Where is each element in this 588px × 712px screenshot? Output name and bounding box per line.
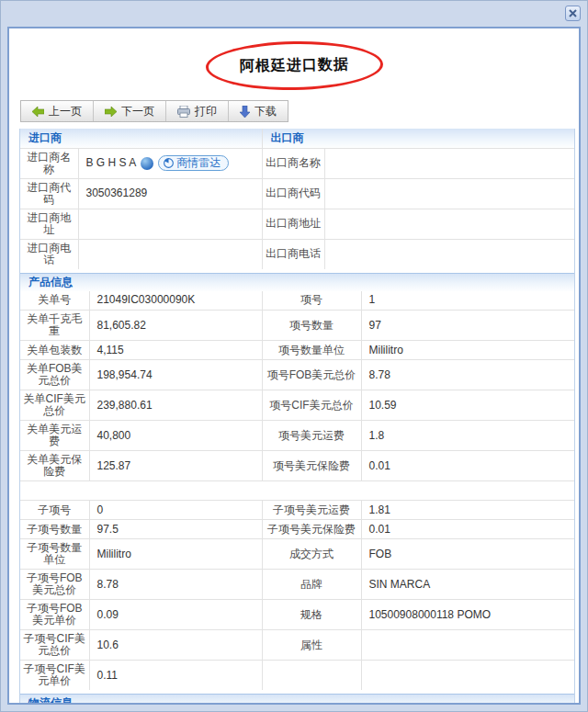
field-value [324, 178, 574, 209]
field-label: 规格 [262, 600, 361, 630]
field-value: 97.5 [89, 520, 262, 539]
importer-exporter-body: 进口商代码3050361289出口商代码进口商地址出口商地址进口商电话出口商电话 [20, 178, 574, 269]
data-panel: 进口商 出口商 进口商名称 B G H S A [19, 129, 575, 705]
product-table-body-a: 关单号21049IC03000090K项号1关单千克毛重81,605.82项号数… [20, 291, 574, 481]
field-label: 出口商地址 [262, 209, 324, 239]
field-value: 239,880.61 [89, 390, 262, 421]
field-label: 关单美元保险费 [20, 451, 89, 481]
field-value [324, 239, 574, 269]
field-value [324, 148, 574, 178]
prev-page-button[interactable]: 上一页 [21, 101, 94, 121]
field-value: 125.87 [89, 451, 262, 481]
field-value: 8.78 [361, 360, 574, 390]
prev-page-label: 上一页 [49, 104, 82, 119]
field-value: 3050361289 [78, 178, 262, 209]
field-value: 0.01 [361, 451, 574, 481]
product-table-spacer [20, 481, 574, 501]
field-label: 子项号美元保险费 [262, 520, 361, 539]
next-page-button[interactable]: 下一页 [94, 101, 166, 121]
importer-name-row: 进口商名称 B G H S A 商情雷达 [20, 148, 574, 178]
field-label: 子项号CIF美元总价 [20, 630, 89, 661]
field-value: 8.78 [89, 570, 262, 600]
field-label: 关单美元运费 [20, 421, 89, 451]
field-value: 10.59 [361, 390, 574, 421]
field-label: 进口商代码 [20, 178, 78, 209]
red-highlight-ellipse: 阿根廷进口数据 [205, 40, 383, 91]
field-label: 子项号 [20, 501, 89, 520]
field-value [361, 630, 574, 661]
table-row: 子项号FOB美元总价8.78品牌SIN MARCA [20, 570, 574, 600]
field-label: 子项号CIF美元单价 [20, 661, 89, 691]
print-button[interactable]: 打印 [166, 101, 229, 121]
field-label: 进口商电话 [20, 239, 78, 269]
field-value: Mililitro [89, 539, 262, 570]
field-value: 81,605.82 [89, 311, 262, 341]
logistics-section-header: 物流信息 [20, 694, 574, 705]
next-page-label: 下一页 [121, 104, 154, 119]
field-label: 成交方式 [262, 539, 361, 570]
spacer-cell [20, 481, 574, 501]
field-label: 项号美元运费 [262, 421, 361, 451]
importer-exporter-table: 进口商 出口商 进口商名称 B G H S A [20, 129, 574, 269]
download-button[interactable]: 下载 [229, 101, 288, 121]
field-label: 属性 [262, 630, 361, 661]
field-label: 子项号数量 [20, 520, 89, 539]
field-value [78, 209, 262, 239]
globe-icon[interactable] [141, 157, 153, 170]
field-label: 项号 [262, 291, 361, 311]
product-table-body-b: 子项号0子项号美元运费1.81子项号数量97.5子项号美元保险费0.01子项号数… [20, 501, 574, 691]
field-label: 关单FOB美元总价 [20, 360, 89, 390]
table-row: 关单千克毛重81,605.82项号数量97 [20, 311, 574, 341]
table-row: 关单FOB美元总价198,954.74项号FOB美元总价8.78 [20, 360, 574, 390]
field-value: FOB [361, 539, 574, 570]
table-row: 子项号FOB美元单价0.09规格10500908000118 POMO [20, 600, 574, 630]
field-label: 关单号 [20, 291, 89, 311]
table-row: 关单CIF美元总价239,880.61项号CIF美元总价10.59 [20, 390, 574, 421]
arrow-right-icon [105, 107, 117, 117]
field-label: 关单包装数 [20, 341, 89, 360]
field-label: 出口商名称 [262, 148, 324, 178]
printer-icon [177, 106, 190, 118]
importer-name-cell: B G H S A 商情雷达 [78, 148, 262, 178]
business-radar-button[interactable]: 商情雷达 [158, 155, 229, 171]
field-value: 0.11 [89, 661, 262, 691]
field-value: 1.8 [361, 421, 574, 451]
field-value: 21049IC03000090K [89, 291, 262, 311]
table-row: 进口商地址出口商地址 [20, 209, 574, 239]
field-value: 198,954.74 [89, 360, 262, 390]
field-value: 0 [89, 501, 262, 520]
field-value: 1 [361, 291, 574, 311]
field-label: 项号CIF美元总价 [262, 390, 361, 421]
product-section-header: 产品信息 [20, 273, 574, 291]
importer-exporter-head: 进口商 出口商 进口商名称 B G H S A [20, 129, 574, 178]
field-value [361, 661, 574, 691]
close-button[interactable] [565, 6, 581, 21]
field-value [78, 239, 262, 269]
field-label: 项号数量单位 [262, 341, 361, 360]
field-label: 子项号FOB美元单价 [20, 600, 89, 630]
field-label: 项号FOB美元总价 [262, 360, 361, 390]
field-label: 出口商电话 [262, 239, 324, 269]
field-label: 子项号数量单位 [20, 539, 89, 570]
field-value: 10.6 [89, 630, 262, 661]
table-row: 进口商电话出口商电话 [20, 239, 574, 269]
toolbar: 上一页 下一页 打印 下载 [20, 100, 288, 122]
field-label: 出口商代码 [262, 178, 324, 209]
title-zone: 阿根廷进口数据 [9, 41, 579, 98]
page-title: 阿根廷进口数据 [239, 56, 348, 73]
table-row: 子项号CIF美元单价0.11 [20, 661, 574, 691]
field-label: 进口商地址 [20, 209, 78, 239]
table-row: 子项号0子项号美元运费1.81 [20, 501, 574, 520]
exporter-section-header: 出口商 [262, 129, 574, 148]
field-value: SIN MARCA [361, 570, 574, 600]
window-titlebar [1, 1, 587, 27]
importer-name-value: B G H S A [86, 157, 137, 169]
radar-icon [164, 158, 174, 168]
arrow-down-icon [240, 106, 250, 118]
field-label: 关单CIF美元总价 [20, 390, 89, 421]
field-value [324, 209, 574, 239]
field-label [262, 661, 361, 691]
field-value: 10500908000118 POMO [361, 600, 574, 630]
section-header-row: 进口商 出口商 [20, 129, 574, 148]
field-label: 品牌 [262, 570, 361, 600]
